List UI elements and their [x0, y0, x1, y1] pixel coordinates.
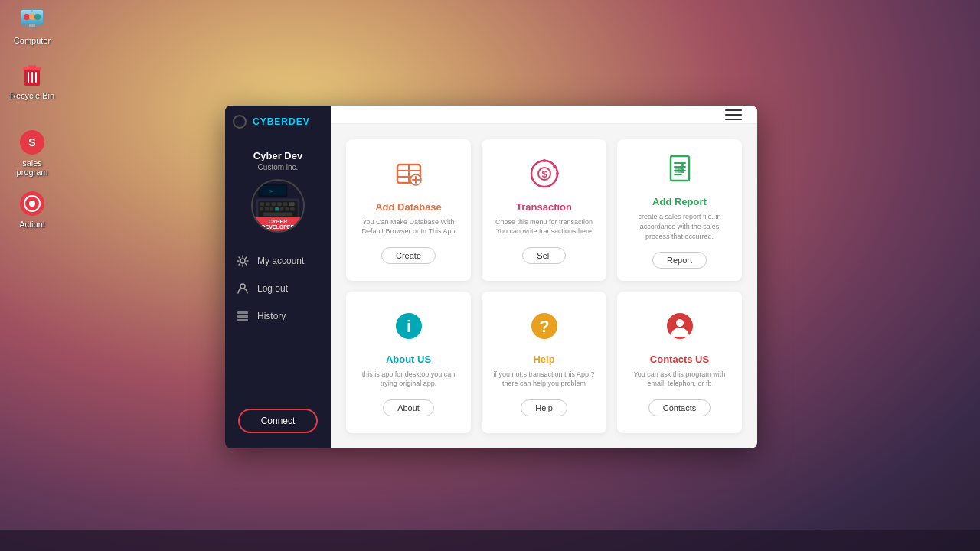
svg-rect-44	[237, 319, 248, 321]
sidebar: CYBERDEV Cyber Dev Custom inc.	[225, 106, 331, 448]
taskbar	[0, 530, 980, 551]
svg-rect-36	[263, 212, 292, 216]
app-window: CYBERDEV Cyber Dev Custom inc.	[225, 106, 757, 448]
svg-rect-64	[678, 166, 681, 173]
help-button[interactable]: Help	[521, 399, 567, 416]
svg-text:$: $	[541, 168, 547, 180]
svg-point-19	[29, 201, 35, 207]
svg-rect-63	[675, 168, 678, 173]
logout-icon	[236, 282, 250, 295]
svg-rect-34	[285, 207, 289, 211]
hamburger-line-3	[725, 119, 742, 120]
svg-text:>_: >_	[270, 188, 276, 194]
about-us-icon: i	[394, 311, 424, 347]
add-report-desc: create a sales report file. in accordanc…	[628, 212, 731, 241]
avatar: >_ CYBER DEVELOPER	[251, 179, 305, 233]
history-icon	[236, 309, 250, 323]
svg-point-57	[556, 172, 559, 175]
transaction-desc: Chose this menu for transaction You can …	[492, 217, 596, 236]
card-transaction: $ Transaction Chose this menu for transa…	[482, 139, 606, 281]
svg-rect-32	[275, 207, 279, 211]
svg-rect-43	[237, 315, 248, 318]
recycle-bin-icon[interactable]: Recycle Bin	[9, 61, 55, 100]
svg-rect-11	[28, 65, 36, 68]
svg-rect-31	[270, 207, 274, 211]
card-help: ? Help if you not,s transaction this App…	[482, 292, 606, 433]
connect-button[interactable]: Connect	[238, 409, 318, 433]
add-report-title: Add Report	[652, 196, 707, 207]
add-database-title: Add Database	[375, 201, 442, 213]
main-topbar	[331, 106, 757, 124]
about-button[interactable]: About	[383, 399, 434, 416]
help-desc: if you not,s transaction this App ? ther…	[492, 370, 596, 389]
sidebar-logo-circle	[233, 115, 247, 129]
action-label: Action!	[19, 220, 45, 229]
add-report-icon	[665, 153, 695, 190]
gear-icon	[236, 254, 250, 268]
svg-point-7	[34, 14, 41, 20]
svg-point-56	[553, 165, 556, 168]
add-database-desc: You Can Make Database With Default Brows…	[357, 217, 460, 236]
sell-button[interactable]: Sell	[522, 247, 565, 264]
main-content: Add Database You Can Make Database With …	[331, 106, 757, 448]
about-us-title: About US	[386, 354, 431, 365]
hamburger-line-1	[725, 109, 742, 111]
add-database-icon	[394, 158, 424, 195]
sales-program-icon[interactable]: S salesprogram	[9, 129, 55, 177]
svg-point-41	[240, 284, 245, 289]
sidebar-item-history-label: History	[257, 311, 286, 321]
svg-rect-27	[283, 202, 288, 206]
computer-icon[interactable]: Computer	[9, 6, 55, 45]
svg-text:?: ?	[539, 317, 549, 336]
about-us-desc: this is app for desktop you can trying o…	[357, 370, 460, 389]
svg-rect-25	[272, 202, 276, 206]
svg-rect-65	[681, 164, 684, 173]
svg-rect-33	[280, 207, 284, 211]
action-icon-img	[18, 190, 46, 217]
svg-point-6	[29, 14, 35, 20]
svg-rect-23	[260, 202, 264, 206]
sidebar-item-log-out[interactable]: Log out	[225, 276, 331, 302]
card-add-report: Add Report create a sales report file. i…	[617, 139, 742, 281]
svg-point-71	[676, 319, 684, 327]
sidebar-nav: My account Log out	[225, 240, 331, 337]
svg-rect-42	[237, 311, 248, 314]
report-button[interactable]: Report	[652, 252, 707, 269]
contacts-us-title: Contacts US	[650, 354, 709, 365]
card-contacts-us: Contacts US You can ask this program wit…	[617, 292, 742, 433]
svg-text:i: i	[406, 317, 410, 336]
sidebar-header: CYBERDEV	[225, 106, 331, 138]
sidebar-item-history[interactable]: History	[225, 303, 331, 329]
svg-text:S: S	[28, 136, 35, 148]
svg-rect-4	[26, 27, 38, 28]
cards-grid: Add Database You Can Make Database With …	[331, 124, 757, 448]
svg-point-2	[31, 11, 33, 12]
recycle-label: Recycle Bin	[10, 91, 54, 100]
svg-rect-3	[29, 24, 35, 27]
svg-rect-28	[289, 202, 295, 206]
hamburger-menu-icon[interactable]	[722, 106, 745, 123]
contacts-us-icon	[665, 311, 695, 347]
sidebar-logo-text: CYBERDEV	[253, 116, 310, 127]
transaction-title: Transaction	[516, 201, 572, 213]
svg-rect-24	[266, 202, 270, 206]
sidebar-item-my-account-label: My account	[257, 256, 304, 266]
card-add-database: Add Database You Can Make Database With …	[346, 139, 471, 281]
sidebar-item-my-account[interactable]: My account	[225, 248, 331, 274]
contacts-button[interactable]: Contacts	[648, 399, 710, 416]
transaction-icon: $	[529, 158, 560, 195]
action-icon[interactable]: Action!	[9, 190, 55, 229]
svg-rect-35	[290, 207, 295, 211]
computer-icon-img	[18, 6, 46, 34]
computer-label: Computer	[14, 36, 51, 45]
svg-rect-30	[265, 207, 269, 211]
avatar-badge: CYBER DEVELOPER	[253, 217, 303, 231]
recycle-icon-img	[18, 61, 46, 89]
profile-subtitle: Custom inc.	[258, 163, 299, 171]
card-about-us: i About US this is app for desktop you c…	[346, 292, 471, 433]
svg-rect-26	[277, 202, 282, 206]
create-button[interactable]: Create	[381, 247, 436, 264]
svg-point-55	[543, 159, 546, 162]
sidebar-item-log-out-label: Log out	[257, 283, 288, 294]
hamburger-line-2	[725, 114, 742, 116]
